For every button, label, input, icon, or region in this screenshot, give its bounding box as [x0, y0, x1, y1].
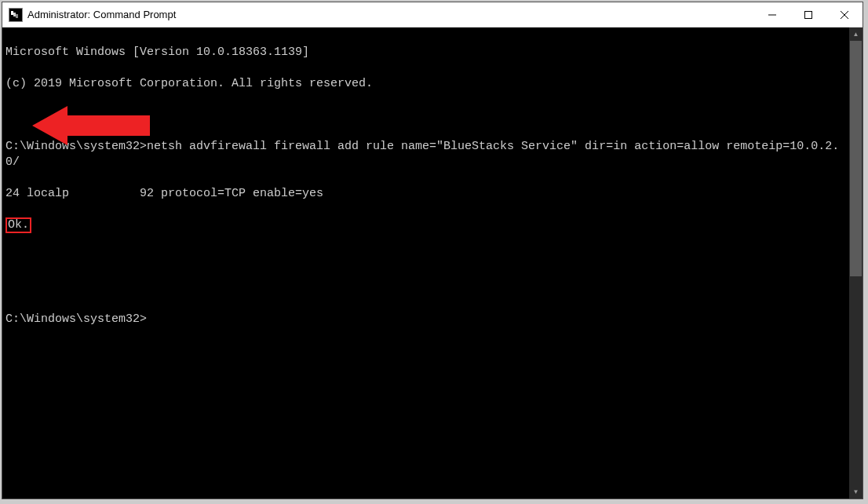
- scroll-thumb[interactable]: [850, 41, 862, 276]
- svg-rect-1: [805, 11, 812, 18]
- terminal-area: Microsoft Windows [Version 10.0.18363.11…: [2, 27, 863, 499]
- terminal-output[interactable]: Microsoft Windows [Version 10.0.18363.11…: [2, 27, 849, 499]
- scroll-down-icon[interactable]: ▼: [849, 485, 863, 499]
- close-button[interactable]: [826, 2, 863, 27]
- vertical-scrollbar[interactable]: ▲ ▼: [849, 27, 863, 499]
- blank-line: [5, 249, 846, 265]
- blank-line: [5, 108, 846, 123]
- scroll-up-icon[interactable]: ▲: [849, 27, 863, 41]
- prompt: C:\Windows\system32>: [5, 140, 147, 153]
- version-line: Microsoft Windows [Version 10.0.18363.11…: [5, 45, 846, 60]
- copyright-line: (c) 2019 Microsoft Corporation. All righ…: [5, 76, 846, 92]
- command-text-wrap2-post: 92 protocol=TCP enable=yes: [140, 187, 323, 200]
- maximize-icon: [804, 11, 812, 19]
- maximize-button[interactable]: [790, 2, 826, 27]
- prompt: C:\Windows\system32>: [5, 312, 147, 326]
- window-title: Administrator: Command Prompt: [27, 9, 754, 20]
- close-icon: [841, 11, 848, 19]
- scroll-track[interactable]: [849, 41, 863, 485]
- prompt-line: C:\Windows\system32>: [5, 312, 846, 327]
- command-line-1: C:\Windows\system32>netsh advfirewall fi…: [5, 139, 846, 170]
- minimize-icon: [768, 11, 776, 19]
- minimize-button[interactable]: [754, 2, 790, 27]
- ok-result-highlighted: Ok.: [5, 217, 31, 233]
- blank-line: [5, 280, 846, 296]
- command-text-wrap2-pre: 24 localp: [5, 187, 69, 200]
- titlebar[interactable]: Administrator: Command Prompt: [2, 2, 863, 27]
- window-controls: [754, 2, 863, 27]
- command-line-2: 24 localp 2860-2892 protocol=TCP enable=…: [5, 186, 846, 202]
- cmd-icon: [9, 8, 23, 22]
- cursor: [147, 312, 154, 326]
- result-line: Ok.: [5, 217, 846, 233]
- command-prompt-window: Administrator: Command Prompt Microsoft …: [2, 2, 863, 499]
